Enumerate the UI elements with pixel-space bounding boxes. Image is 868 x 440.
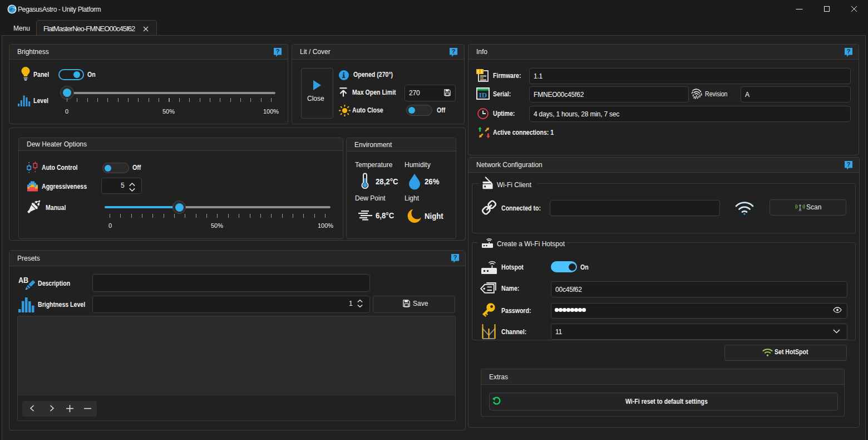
svg-text:?: ?	[276, 48, 280, 55]
svg-text:?: ?	[847, 48, 851, 55]
svg-text:ID: ID	[479, 91, 487, 99]
svg-text:?: ?	[453, 254, 457, 261]
svg-text:?: ?	[847, 161, 851, 168]
svg-text:?: ?	[452, 48, 456, 55]
